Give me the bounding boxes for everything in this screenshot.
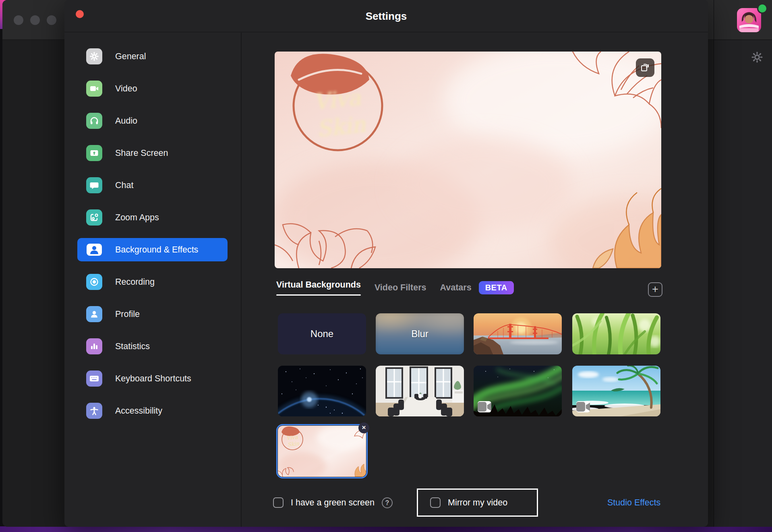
- online-status-dot: [757, 3, 768, 14]
- background-tile-grass[interactable]: [572, 313, 660, 354]
- tab-avatars-label: Avatars: [440, 283, 472, 293]
- page-title: Settings: [64, 0, 708, 32]
- golden-gate-image: [474, 313, 562, 354]
- background-tile-golden-gate-bridge[interactable]: [474, 313, 562, 354]
- settings-sidebar: General Video Audio Share Screen: [64, 33, 242, 527]
- logo-text-line1: Viva: [312, 85, 362, 115]
- sidebar-item-statistics[interactable]: Statistics: [77, 335, 228, 358]
- mirror-video-control-highlighted: Mirror my video: [417, 489, 538, 517]
- sidebar-item-label: Audio: [115, 116, 137, 126]
- avatar-image: [737, 8, 761, 32]
- video-camera-icon: [478, 401, 491, 412]
- svg-text:Viva: Viva: [286, 434, 298, 441]
- custom-background-image: Viva Skin: [278, 426, 366, 477]
- sidebar-item-label: Statistics: [115, 342, 150, 352]
- background-tile-custom-viva-skin-selected[interactable]: Viva Skin ×: [276, 424, 368, 478]
- gear-icon: [751, 51, 763, 63]
- sidebar-item-chat[interactable]: Chat: [77, 174, 228, 197]
- tile-label: Blur: [376, 313, 464, 354]
- person-frame-icon: [86, 242, 102, 258]
- sidebar-item-label: Profile: [115, 309, 140, 319]
- sidebar-item-label: Zoom Apps: [115, 213, 159, 223]
- background-tile-beach-palm-tree[interactable]: [572, 366, 660, 416]
- sidebar-item-general[interactable]: General: [77, 45, 228, 68]
- sidebar-item-background-effects[interactable]: Background & Effects: [77, 238, 228, 261]
- mirror-video-label: Mirror my video: [448, 498, 507, 508]
- sidebar-item-keyboard-shortcuts[interactable]: Keyboard Shortcuts: [77, 367, 228, 390]
- apps-icon: [86, 209, 102, 226]
- accessibility-person-icon: [86, 403, 102, 419]
- green-screen-checkbox[interactable]: [273, 497, 284, 508]
- screen: Settings General Video Audio: [0, 0, 772, 532]
- sidebar-item-label: Keyboard Shortcuts: [115, 374, 191, 384]
- sidebar-item-label: Background & Effects: [115, 245, 198, 255]
- delete-background-button[interactable]: ×: [358, 422, 369, 433]
- tab-video-filters[interactable]: Video Filters: [375, 283, 426, 293]
- avatar[interactable]: [737, 8, 761, 32]
- conference-room-image: [376, 366, 464, 416]
- tab-virtual-backgrounds[interactable]: Virtual Backgrounds: [276, 280, 361, 296]
- settings-gear-button[interactable]: [750, 50, 764, 64]
- viva-skin-background-image: Viva Skin: [275, 52, 661, 268]
- share-screen-icon: [86, 145, 102, 161]
- right-panel: [714, 40, 772, 527]
- headphones-icon: [86, 113, 102, 129]
- background-tile-blur[interactable]: Blur: [376, 313, 464, 354]
- sidebar-item-video[interactable]: Video: [77, 77, 228, 100]
- wallpaper-bottom-strip: [0, 526, 772, 532]
- video-camera-icon: [576, 401, 590, 412]
- bar-chart-icon: [86, 338, 102, 354]
- help-icon[interactable]: ?: [382, 497, 393, 508]
- close-window-dot[interactable]: [14, 15, 23, 25]
- video-camera-icon: [86, 81, 102, 97]
- sidebar-item-share-screen[interactable]: Share Screen: [77, 141, 228, 165]
- speech-bubble-icon: [86, 177, 102, 193]
- video-background-badge: [576, 401, 590, 412]
- sidebar-item-label: Recording: [115, 277, 155, 287]
- video-preview: Viva Skin: [275, 52, 661, 268]
- minimize-window-dot[interactable]: [30, 15, 40, 25]
- background-tile-conference-room[interactable]: [376, 366, 464, 416]
- zoom-window-dot[interactable]: [47, 15, 56, 25]
- settings-titlebar: Settings: [64, 0, 708, 32]
- svg-text:Skin: Skin: [287, 440, 300, 447]
- sidebar-item-label: Video: [115, 84, 137, 94]
- green-screen-control: I have a green screen ?: [273, 489, 393, 517]
- sidebar-item-label: Accessibility: [115, 406, 162, 416]
- keyboard-icon: [86, 371, 102, 387]
- gear-icon: [86, 48, 102, 64]
- sidebar-item-label: General: [115, 52, 146, 62]
- sidebar-item-label: Share Screen: [115, 148, 168, 158]
- earth-space-image: [278, 366, 366, 416]
- sidebar-item-label: Chat: [115, 180, 133, 190]
- sidebar-item-profile[interactable]: Profile: [77, 302, 228, 326]
- background-effects-panel: Viva Skin Virtual Backgrounds Video Filt…: [242, 33, 708, 527]
- sidebar-item-recording[interactable]: Recording: [77, 270, 228, 294]
- video-background-badge: [478, 401, 491, 412]
- background-tile-none[interactable]: None: [278, 313, 366, 354]
- settings-window: Settings General Video Audio: [64, 0, 708, 527]
- background-tabs: Virtual Backgrounds Video Filters Avatar…: [276, 280, 514, 296]
- rotate-icon: [640, 62, 650, 73]
- sidebar-item-audio[interactable]: Audio: [77, 109, 228, 132]
- add-background-button[interactable]: +: [648, 282, 662, 297]
- person-icon: [86, 306, 102, 322]
- tab-avatars[interactable]: Avatars BETA: [440, 281, 514, 294]
- record-circle-icon: [86, 274, 102, 290]
- background-tile-aurora[interactable]: [474, 366, 562, 416]
- tile-label: None: [278, 313, 366, 354]
- sidebar-item-zoom-apps[interactable]: Zoom Apps: [77, 206, 228, 229]
- rotate-preview-button[interactable]: [636, 58, 654, 77]
- studio-effects-link[interactable]: Studio Effects: [607, 489, 660, 517]
- green-screen-label: I have a green screen: [291, 498, 375, 508]
- grass-image: [572, 313, 660, 354]
- sidebar-item-accessibility[interactable]: Accessibility: [77, 399, 228, 422]
- window-traffic-lights[interactable]: [14, 15, 56, 25]
- mirror-video-checkbox[interactable]: [430, 497, 441, 508]
- background-tile-earth-from-space[interactable]: [278, 366, 366, 416]
- logo-text-line2: Skin: [315, 112, 367, 142]
- beta-badge: BETA: [479, 281, 514, 294]
